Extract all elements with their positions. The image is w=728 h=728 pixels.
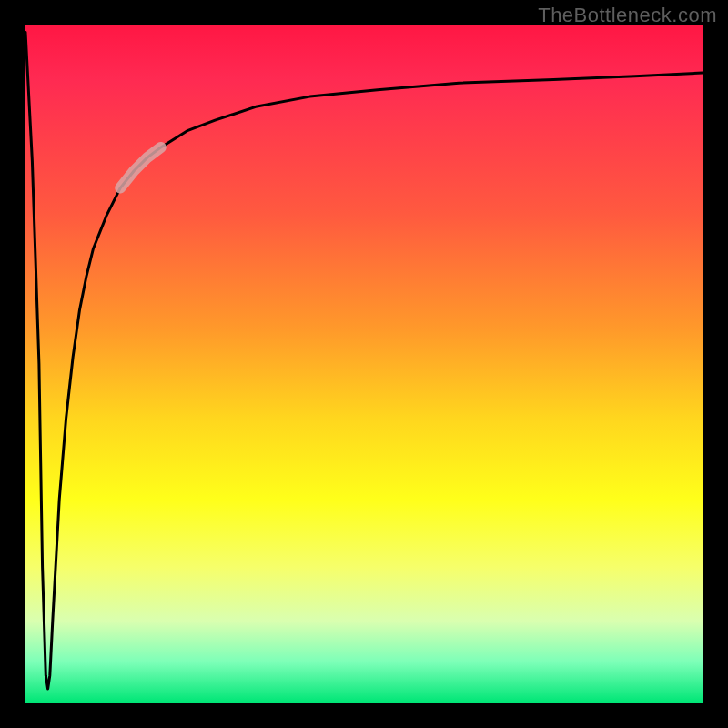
plot-area [25,25,703,703]
watermark-text: TheBottleneck.com [538,4,717,27]
chart-frame: TheBottleneck.com [0,0,728,728]
bottleneck-curve-path [25,32,703,689]
curve-svg [25,25,703,703]
highlight-segment-path [120,147,161,188]
